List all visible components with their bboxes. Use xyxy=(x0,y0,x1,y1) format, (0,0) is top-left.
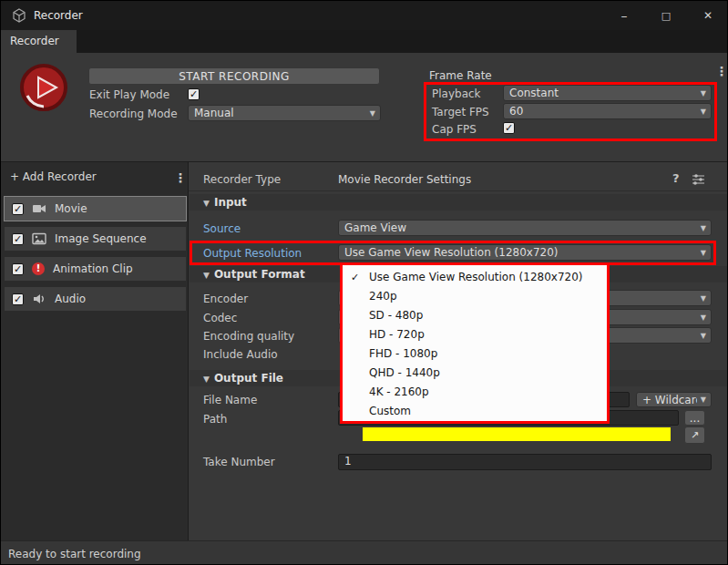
menu-item-label: Custom xyxy=(369,405,411,417)
chevron-down-icon: ▼ xyxy=(701,224,706,232)
error-badge-icon: ! xyxy=(32,262,45,275)
checkmark-icon: ✓ xyxy=(504,123,514,134)
image-icon xyxy=(32,231,46,246)
recorder-list-panel: + Add Recorder ⋮ ✓ Movie ✓ Image Sequenc… xyxy=(1,161,189,540)
menu-item-custom[interactable]: Custom xyxy=(343,402,607,421)
wildcards-button[interactable]: + Wildcards ▼ xyxy=(636,392,712,407)
statusbar: Ready to start recording xyxy=(1,540,728,565)
recorder-type-label: Recorder Type xyxy=(203,173,281,186)
menu-item-label: QHD - 1440p xyxy=(369,366,440,379)
menu-item-label: SD - 480p xyxy=(369,309,423,322)
recorder-list-menu-icon[interactable]: ⋮ xyxy=(174,171,187,184)
movie-camera-icon xyxy=(32,201,46,216)
recorder-item-movie[interactable]: ✓ Movie xyxy=(5,197,186,221)
checkmark-icon: ✓ xyxy=(13,294,23,305)
help-icon[interactable]: ? xyxy=(672,171,680,185)
take-number-input[interactable]: 1 xyxy=(338,454,712,470)
menu-item-label: FHD - 1080p xyxy=(369,347,437,360)
frame-rate-section-label: Frame Rate xyxy=(429,69,492,82)
recorder-window: Recorder – □ ✕ Recorder ⋮ START RECORDIN… xyxy=(0,0,728,565)
open-path-button[interactable]: ↗ xyxy=(684,426,705,444)
recorder-type-value: Movie Recorder Settings xyxy=(338,173,471,186)
preset-sliders-icon[interactable] xyxy=(692,173,705,186)
path-highlight-annotation xyxy=(363,427,671,441)
recorder-type-divider xyxy=(189,190,728,191)
checkmark-icon: ✓ xyxy=(13,234,23,245)
record-logo-icon xyxy=(19,63,68,112)
recorder-item-audio[interactable]: ✓ Audio xyxy=(5,287,186,311)
panel-top-divider xyxy=(189,161,728,162)
checkmark-icon: ✓ xyxy=(13,204,23,215)
menu-item-label: Use Game View Resolution (1280x720) xyxy=(369,271,583,283)
exit-play-mode-label: Exit Play Mode xyxy=(89,88,169,101)
maximize-icon: □ xyxy=(661,10,671,22)
recorder-item-label: Audio xyxy=(55,293,86,305)
encoder-label: Encoder xyxy=(203,293,248,305)
recorder-item-label: Animation Clip xyxy=(53,262,133,275)
menu-item-game-view-resolution[interactable]: ✓ Use Game View Resolution (1280x720) xyxy=(343,268,607,287)
titlebar: Recorder – □ ✕ xyxy=(1,1,728,30)
menu-item-240p[interactable]: 240p xyxy=(343,287,607,306)
maximize-button[interactable]: □ xyxy=(645,1,687,30)
speaker-icon xyxy=(32,292,46,306)
chevron-down-icon: ▼ xyxy=(701,313,706,322)
recording-mode-select[interactable]: Manual ▼ xyxy=(188,105,381,121)
checkmark-icon: ✓ xyxy=(351,268,359,287)
recording-mode-label: Recording Mode xyxy=(89,108,178,120)
wildcards-button-label: + Wildcards xyxy=(642,394,697,406)
chevron-down-icon: ▼ xyxy=(701,294,706,303)
menu-item-fhd-1080p[interactable]: FHD - 1080p xyxy=(343,344,607,364)
add-recorder-button[interactable]: + Add Recorder xyxy=(10,170,97,183)
image-sequence-enabled-checkbox[interactable]: ✓ xyxy=(12,233,24,245)
target-fps-label: Target FPS xyxy=(432,106,489,118)
chevron-down-icon: ▼ xyxy=(701,249,706,257)
tab-recorder[interactable]: Recorder xyxy=(1,30,77,53)
cap-fps-label: Cap FPS xyxy=(432,123,477,136)
take-number-value: 1 xyxy=(344,455,352,467)
source-label: Source xyxy=(203,222,241,235)
chevron-down-icon: ▼ xyxy=(370,109,375,118)
output-resolution-value: Use Game View Resolution (1280x720) xyxy=(344,246,697,259)
browse-path-button[interactable]: ... xyxy=(684,410,705,426)
minimize-button[interactable]: – xyxy=(603,1,645,30)
recorder-item-animation-clip[interactable]: ✓ ! Animation Clip xyxy=(5,257,186,281)
menu-item-hd-720p[interactable]: HD - 720p xyxy=(343,325,607,344)
window-title: Recorder xyxy=(34,9,83,22)
minimize-icon: – xyxy=(621,8,628,23)
recorder-item-label: Image Sequence xyxy=(55,232,147,245)
chevron-down-icon: ▼ xyxy=(701,89,706,98)
input-section-label: Input xyxy=(214,196,247,209)
menu-item-label: HD - 720p xyxy=(369,328,425,341)
output-resolution-select[interactable]: Use Game View Resolution (1280x720) ▼ xyxy=(338,244,712,261)
animation-clip-enabled-checkbox[interactable]: ✓ xyxy=(12,263,24,275)
menu-item-sd-480p[interactable]: SD - 480p xyxy=(343,306,607,325)
output-file-section-label: Output File xyxy=(214,372,283,385)
audio-enabled-checkbox[interactable]: ✓ xyxy=(12,293,24,305)
start-recording-button[interactable]: START RECORDING xyxy=(88,67,380,85)
menu-item-label: 4K - 2160p xyxy=(369,385,429,398)
movie-enabled-checkbox[interactable]: ✓ xyxy=(12,203,24,215)
chevron-down-icon: ▼ xyxy=(701,332,706,340)
playback-select[interactable]: Constant ▼ xyxy=(503,85,712,101)
output-resolution-label: Output Resolution xyxy=(203,247,302,260)
external-link-icon: ↗ xyxy=(691,429,699,441)
source-select[interactable]: Game View ▼ xyxy=(338,220,712,236)
source-value: Game View xyxy=(344,221,697,234)
encoding-quality-label: Encoding quality xyxy=(203,330,294,343)
target-fps-select[interactable]: 60 ▼ xyxy=(503,103,712,119)
cap-fps-checkbox[interactable]: ✓ xyxy=(503,122,515,134)
playback-label: Playback xyxy=(432,87,481,100)
recorder-item-label: Movie xyxy=(55,202,87,215)
tab-menu-icon[interactable]: ⋮ xyxy=(715,65,728,77)
foldout-triangle-icon: ▼ xyxy=(203,199,210,208)
codec-label: Codec xyxy=(203,312,237,324)
menu-item-qhd-1440p[interactable]: QHD - 1440p xyxy=(343,364,607,383)
exit-play-mode-checkbox[interactable]: ✓ xyxy=(188,88,200,100)
target-fps-value: 60 xyxy=(509,105,697,118)
menu-item-4k-2160p[interactable]: 4K - 2160p xyxy=(343,383,607,402)
input-section-header[interactable] xyxy=(190,194,728,211)
recorder-item-image-sequence[interactable]: ✓ Image Sequence xyxy=(5,227,186,251)
take-number-label: Take Number xyxy=(203,456,275,468)
close-button[interactable]: ✕ xyxy=(687,1,728,30)
close-icon: ✕ xyxy=(703,9,713,22)
